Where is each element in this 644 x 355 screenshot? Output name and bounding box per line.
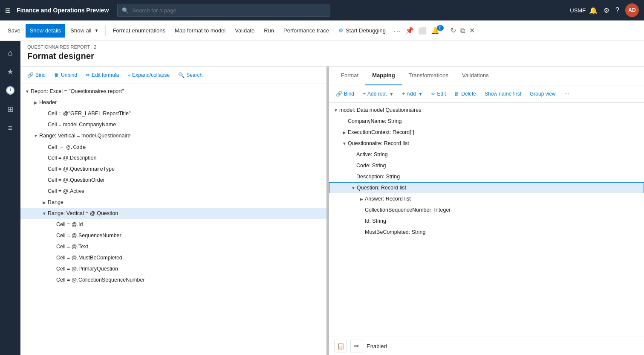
format-tree[interactable]: ▼ Report: Excel = "Questionnaires report… [20,84,326,355]
tree-item-text: Cell = @.Code [48,144,86,150]
group-view-button[interactable]: Group view [526,88,559,100]
format-tree-item[interactable]: Cell = model.CompanyName [20,119,326,130]
mapping-tree-item[interactable]: Code: String [329,160,644,171]
mapping-tree-item[interactable]: MustBeCompleted: String [329,227,644,238]
bind-button-right[interactable]: 🔗 Bind [332,88,358,100]
help-icon[interactable]: ? [615,6,619,14]
tab-format[interactable]: Format [334,67,365,85]
tree-toggle[interactable]: ▶ [41,200,48,205]
formula-icon: ✏ [86,72,90,78]
tree-toggle[interactable]: ▼ [32,134,39,138]
format-tree-item[interactable]: ▼ Range: Vertical = @.Question [20,208,326,219]
format-tree-item[interactable]: Cell = @.Code [20,141,326,152]
mapping-tree-item[interactable]: ▼ Questionnaire: Record list [329,138,644,149]
refresh-icon[interactable]: ↻ [449,26,458,35]
tree-toggle[interactable]: ▼ [341,141,348,146]
notification-icon[interactable]: 🔔 [589,6,598,15]
mapping-tree-item[interactable]: ▼ model: Data model Questionnaires [329,105,644,116]
mapping-tree-item[interactable]: ▼ Question: Record list [329,182,644,193]
mapping-tree-item[interactable]: Description: String [329,171,644,182]
format-tree-item[interactable]: ▼ Range: Vertical = model.Questionnaire [20,130,326,141]
close-icon[interactable]: ✕ [468,26,477,35]
edit-formula-button[interactable]: ✏ Edit formula [82,69,122,81]
format-tree-item[interactable]: Cell = @.CollectionSequenceNumber [20,274,326,285]
notification-badge-icon[interactable]: 🔔0 [429,26,448,35]
format-tree-item[interactable]: ▼ Report: Excel = "Questionnaires report… [20,86,326,97]
performance-trace-button[interactable]: Performance trace [279,24,333,38]
split-view-icon[interactable]: ⬜ [416,26,428,35]
more-options-right[interactable]: ⋯ [561,88,573,100]
format-tree-item[interactable]: Cell = @.QuestionOrder [20,175,326,186]
show-all-button[interactable]: Show all ▼ [66,24,103,38]
tab-mapping[interactable]: Mapping [365,67,401,85]
mapping-tree-item[interactable]: CompanyName: String [329,116,644,127]
global-search-input[interactable] [132,7,326,14]
delete-button[interactable]: 🗑 Delete [451,88,479,100]
edit-pencil-button[interactable]: ✏ [350,340,363,352]
mapping-tree-item[interactable]: Active: String [329,149,644,160]
format-tree-item[interactable]: Cell = @.Description [20,152,326,163]
copy-button[interactable]: 📋 [334,340,347,352]
edit-button-right[interactable]: ✏ Edit [428,88,450,100]
unbind-button[interactable]: 🗑 Unbind [51,69,81,81]
tree-toggle[interactable]: ▼ [332,108,339,113]
format-tree-item[interactable]: Cell = @.SequenceNumber [20,230,326,241]
run-button[interactable]: Run [260,24,278,38]
format-tree-item[interactable]: Cell = @.Text [20,241,326,252]
add-dropdown: ▼ [419,92,423,96]
more-options-icon[interactable]: ⋯ [392,26,403,35]
format-tree-item[interactable]: Cell = @.Active [20,186,326,197]
delete-icon: 🗑 [454,91,459,97]
tree-toggle[interactable]: ▼ [41,211,48,216]
format-tree-item[interactable]: Cell = @.MustBeCompleted [20,252,326,263]
sidebar-home-icon[interactable]: ⌂ [2,44,19,61]
tree-toggle[interactable]: ▶ [341,130,348,135]
format-tree-item[interactable]: ▶ Header [20,97,326,108]
format-tree-item[interactable]: Cell = @.Id [20,219,326,230]
left-sidebar: ⌂ ★ 🕐 ⊞ ≡ [0,41,20,355]
tree-toggle[interactable]: ▶ [358,197,365,201]
tab-transformations[interactable]: Transformations [402,67,455,85]
validate-button[interactable]: Validate [231,24,259,38]
show-name-first-button[interactable]: Show name first [481,88,525,100]
new-window-icon[interactable]: ⧉ [459,27,467,35]
mapping-tree-item[interactable]: ▶ ExecutionContext: Record[!] [329,127,644,138]
mapping-tree-item[interactable]: Id: String [329,215,644,227]
mapping-tree-item[interactable]: CollectionSequenceNumber: Integer [329,204,644,215]
tree-toggle[interactable]: ▼ [350,186,357,190]
expand-collapse-button[interactable]: ≡ Expand/collapse [124,69,173,81]
format-tree-item[interactable]: Cell = @.PrimaryQuestion [20,263,326,274]
grid-icon[interactable]: ⊞ [5,6,11,15]
tree-item-text: Cell = @.Description [48,155,96,161]
format-tree-item[interactable]: Cell = @.QuestionnaireType [20,163,326,175]
page-header: QUESTIONNAIRES REPORT : 2 Format designe… [20,41,644,67]
sidebar-star-icon[interactable]: ★ [2,63,19,80]
tree-toggle[interactable]: ▶ [32,100,39,105]
link-icon: 🔗 [27,72,34,78]
start-debugging-button[interactable]: ⚙ Start Debugging [334,24,390,38]
add-button[interactable]: + Add ▼ [399,88,426,100]
map-format-to-model-button[interactable]: Map format to model [170,24,230,38]
tab-validations[interactable]: Validations [455,67,496,85]
format-tree-item[interactable]: ▶ Range [20,197,326,208]
show-details-button[interactable]: Show details [26,24,66,38]
sidebar-list-icon[interactable]: ≡ [2,119,19,137]
sidebar-grid-icon[interactable]: ⊞ [2,101,19,118]
global-search[interactable]: 🔍 [117,4,330,17]
format-tree-item[interactable]: Cell = @"GER_LABEL:ReportTitle" [20,108,326,119]
format-enumerations-button[interactable]: Format enumerations [108,24,170,38]
mapping-tree[interactable]: ▼ model: Data model Questionnaires Compa… [329,103,644,337]
nav-icons: 🔔 ⚙ ? AD [589,3,639,17]
tree-item-text: Cell = @.PrimaryQuestion [56,266,118,272]
mapping-tree-item[interactable]: ▶ Answer: Record list [329,193,644,204]
user-avatar[interactable]: AD [625,3,639,17]
add-root-button[interactable]: + Add root ▼ [359,88,397,100]
search-button-left[interactable]: 🔍 Search [175,69,206,81]
bind-button-left[interactable]: 🔗 Bind [24,69,49,81]
pin-icon[interactable]: 📌 [404,26,416,35]
save-button[interactable]: Save [3,24,25,38]
nav-bar: ⊞ Finance and Operations Preview 🔍 USMF … [0,0,644,20]
settings-icon[interactable]: ⚙ [604,6,609,15]
tree-toggle[interactable]: ▼ [24,89,31,94]
sidebar-recent-icon[interactable]: 🕐 [2,82,19,99]
